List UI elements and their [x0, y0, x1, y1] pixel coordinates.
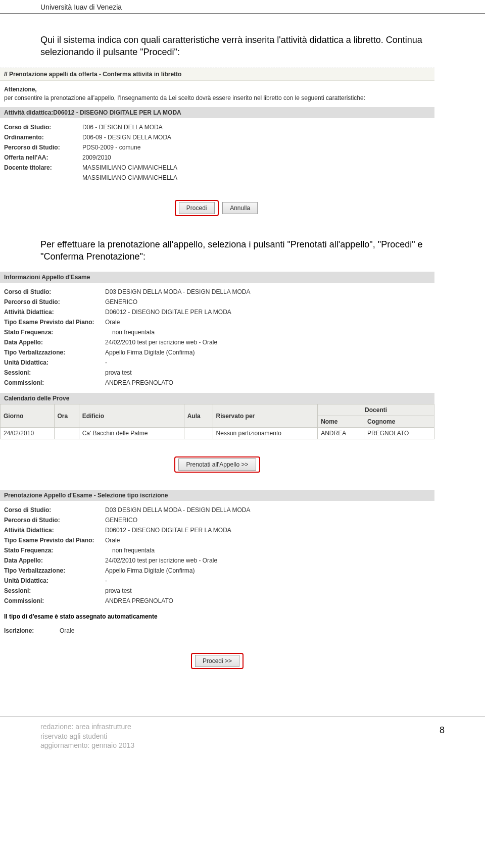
calendar-table: Giorno Ora Edificio Aula Riservato per D… [0, 404, 434, 439]
calendar-title: Calendario delle Prove [0, 393, 434, 404]
info-value: - [105, 577, 107, 584]
info-label: Stato Frequenza: [4, 329, 105, 336]
paragraph-2: Per effettuare la prenotazione all'appel… [0, 238, 485, 263]
info-label: Attività Didattica: [4, 309, 105, 316]
info-value: Appello Firma Digitale (Confirma) [105, 567, 195, 574]
procedi-highlight: Procedi [175, 200, 219, 216]
info-value: non frequentata [105, 547, 155, 554]
info-row: Percorso di Studio:PDS0-2009 - comune [0, 142, 434, 152]
procedi2-highlight: Procedi >> [191, 653, 244, 669]
activity-bar: Attività didattica:D06012 - DISEGNO DIGI… [0, 107, 434, 118]
info-label: Docente titolare: [4, 164, 82, 171]
info-label: Sessioni: [4, 587, 105, 594]
info-value: GENERICO [105, 517, 137, 524]
info-value: - [105, 359, 107, 366]
info-row: Tipo Verbalizzazione:Appello Firma Digit… [0, 347, 434, 358]
info-label: Commissioni: [4, 379, 105, 386]
panel1-button-row: Procedi Annulla [0, 183, 434, 223]
info-row: Attività Didattica:D06012 - DISEGNO DIGI… [0, 307, 434, 317]
info-value: 24/02/2010 test per iscrizione web - Ora… [105, 339, 217, 346]
info-row: Tipo Verbalizzazione:Appello Firma Digit… [0, 566, 434, 576]
panel-confirm-activity: // Prenotazione appelli da offerta - Con… [0, 68, 434, 223]
info-label: Offerta nell'AA: [4, 154, 82, 161]
info-row: Data Appello:24/02/2010 test per iscrizi… [0, 337, 434, 347]
info-value: 2009/2010 [82, 154, 111, 161]
info-label: Attività Didattica: [4, 527, 105, 534]
info-label: Corso di Studio: [4, 506, 105, 514]
panel-booking-type: Prenotazione Appello d'Esame - Selezione… [0, 490, 434, 676]
table-header-row: Giorno Ora Edificio Aula Riservato per D… [1, 404, 434, 416]
procedi-button[interactable]: Procedi [179, 202, 215, 214]
info-label: Tipo Esame Previsto dal Piano: [4, 537, 105, 544]
info-label: Data Appello: [4, 557, 105, 564]
table-row: 24/02/2010 Ca' Bacchin delle Palme Nessu… [1, 428, 434, 439]
info-value: D03 DESIGN DELLA MODA - DESIGN DELLA MOD… [105, 506, 250, 514]
info-value: D06012 - DISEGNO DIGITALE PER LA MODA [105, 309, 231, 316]
info-label: Unità Didattica: [4, 359, 105, 366]
prenotati-highlight: Prenotati all'Appello >> [174, 456, 260, 473]
attention-label: Attenzione, [0, 81, 434, 94]
info-row: Offerta nell'AA:2009/2010 [0, 152, 434, 163]
info-row: Sessioni:prova test [0, 368, 434, 378]
info-value: non frequentata [105, 329, 155, 336]
docente-extra-row: MASSIMILIANO CIAMMAICHELLA [0, 173, 434, 183]
info-row: Unità Didattica:- [0, 576, 434, 586]
info-value: 24/02/2010 test per iscrizione web - Ora… [105, 557, 217, 564]
info-label: Tipo Esame Previsto dal Piano: [4, 319, 105, 326]
iscrizione-row: Iscrizione: Orale [0, 621, 434, 636]
info-label: Stato Frequenza: [4, 547, 105, 554]
info-value: MASSIMILIANO CIAMMAICHELLA [82, 164, 177, 171]
info-row: Stato Frequenza:non frequentata [0, 545, 434, 555]
footer-line-1: redazione: area infrastrutture [40, 722, 134, 731]
university-name: Università Iuav di Venezia [40, 3, 122, 11]
info-row: Corso di Studio:D03 DESIGN DELLA MODA - … [0, 505, 434, 515]
info-value: prova test [105, 369, 132, 376]
info-value: Orale [105, 319, 120, 326]
info-label: Percorso di Studio: [4, 144, 82, 151]
info-label: Commissioni: [4, 597, 105, 604]
info-row: Data Appello:24/02/2010 test per iscrizi… [0, 555, 434, 566]
paragraph-1: Qui il sistema indica con quali caratter… [0, 34, 485, 59]
info-row: Tipo Esame Previsto dal Piano:Orale [0, 535, 434, 545]
info-value: ANDREA PREGNOLATO [105, 379, 173, 386]
info-value: ANDREA PREGNOLATO [105, 597, 173, 604]
info-label: Tipo Verbalizzazione: [4, 349, 105, 356]
info-value: D06 - DESIGN DELLA MODA [82, 124, 163, 131]
info-value: GENERICO [105, 298, 137, 305]
info-row: Attività Didattica:D06012 - DISEGNO DIGI… [0, 525, 434, 535]
info-row: Stato Frequenza:non frequentata [0, 327, 434, 337]
info-row: Commissioni:ANDREA PREGNOLATO [0, 596, 434, 606]
panel-exam-info: Informazioni Appello d'Esame Corso di St… [0, 272, 434, 480]
info-row: Percorso di Studio:GENERICO [0, 297, 434, 307]
info-label: Corso di Studio: [4, 124, 82, 131]
page-footer: redazione: area infrastrutture riservato… [0, 717, 485, 750]
info-value: D06012 - DISEGNO DIGITALE PER LA MODA [105, 527, 231, 534]
footer-line-3: aggiornamento: gennaio 2013 [40, 741, 134, 750]
info-label: Percorso di Studio: [4, 298, 105, 305]
info-value: prova test [105, 587, 132, 594]
panel2-button-row: Prenotati all'Appello >> [0, 439, 434, 480]
info-row: Corso di Studio:D03 DESIGN DELLA MODA - … [0, 287, 434, 297]
info-label: Data Appello: [4, 339, 105, 346]
info-row: Unità Didattica:- [0, 358, 434, 368]
auto-assigned-text: Il tipo di d'esame è stato assegnato aut… [0, 606, 434, 621]
prenotati-button[interactable]: Prenotati all'Appello >> [178, 458, 256, 471]
info-label: Unità Didattica: [4, 577, 105, 584]
info-row: Commissioni:ANDREA PREGNOLATO [0, 378, 434, 388]
info-value: D06-09 - DESIGN DELLA MODA [82, 134, 171, 141]
info-row: Docente titolare:MASSIMILIANO CIAMMAICHE… [0, 163, 434, 173]
info-row: Tipo Esame Previsto dal Piano:Orale [0, 317, 434, 327]
info-row: Percorso di Studio:GENERICO [0, 515, 434, 525]
info-row: Sessioni:prova test [0, 586, 434, 596]
attention-text: per consentire la prenotazione all'appel… [0, 94, 434, 107]
panel3-button-row: Procedi >> [0, 636, 434, 676]
info-row: Ordinamento:D06-09 - DESIGN DELLA MODA [0, 132, 434, 142]
info-value: Orale [105, 537, 120, 544]
info-label: Sessioni: [4, 369, 105, 376]
annulla-button[interactable]: Annulla [222, 202, 258, 214]
footer-line-2: riservato agli studenti [40, 732, 134, 741]
info-row: Corso di Studio:D06 - DESIGN DELLA MODA [0, 122, 434, 132]
procedi2-button[interactable]: Procedi >> [195, 655, 239, 667]
panel1-title: // Prenotazione appelli da offerta - Con… [0, 68, 434, 81]
info-label: Tipo Verbalizzazione: [4, 567, 105, 574]
